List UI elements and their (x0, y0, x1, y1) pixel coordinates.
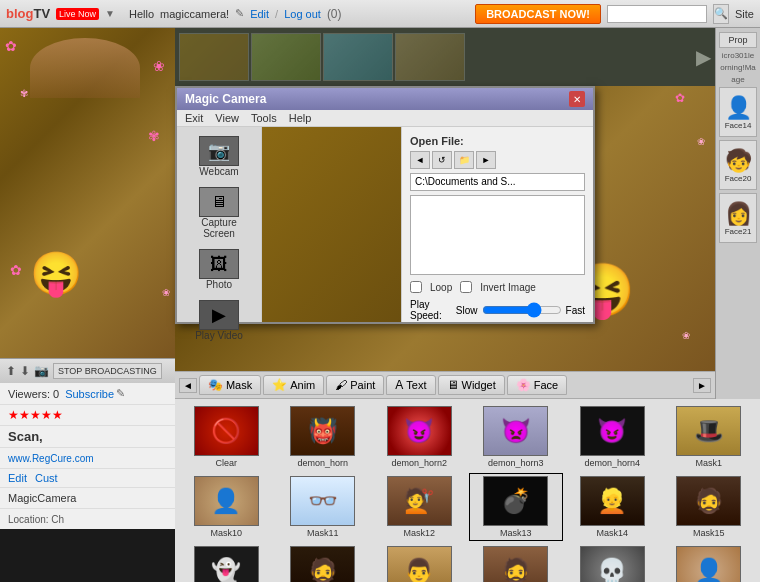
mask-item-12[interactable]: 👻Mask16 (179, 543, 274, 582)
camera-icon[interactable]: 📷 (34, 364, 49, 378)
mask-item-5[interactable]: 🎩Mask1 (662, 403, 757, 471)
flower-2: ❀ (153, 58, 165, 74)
face-item-14[interactable]: 👤 Face14 (719, 87, 757, 137)
invert-checkbox[interactable] (460, 281, 472, 293)
menu-view[interactable]: View (215, 112, 239, 124)
flower-5: ❀ (162, 287, 170, 298)
capture-label: Capture Screen (186, 217, 252, 239)
broadcast-button[interactable]: BROADCAST NOW! (475, 4, 601, 24)
magic-camera-text: MagicCamera (8, 492, 76, 504)
icons-panel: 📷 Webcam 🖥 Capture Screen 🖼 Photo ▶ Play… (177, 127, 262, 322)
custom-btn[interactable]: Cust (35, 472, 58, 484)
edit-pencil-icon[interactable]: ✎ (116, 387, 125, 400)
mask-item-9[interactable]: 💣Mask13 (469, 473, 564, 541)
icon-play-video[interactable]: ▶ Play Video (183, 297, 255, 344)
mask-thumb-7: 👓 (290, 476, 355, 526)
tab-text[interactable]: A Text (386, 375, 435, 395)
loop-checkbox[interactable] (410, 281, 422, 293)
mask-grid: 🚫Clear👹demon_horn😈demon_horn2👿demon_horn… (175, 399, 760, 582)
mask-name-9: Mask13 (500, 528, 532, 538)
file-path-display: C:\Documents and S... (410, 173, 585, 191)
subscribe-button[interactable]: Subscribe (65, 388, 114, 400)
magic-camera-label: MagicCamera (0, 488, 175, 509)
file-area (410, 195, 585, 275)
msg-icon[interactable]: (0) (327, 7, 342, 21)
download-icon[interactable]: ⬇ (20, 364, 30, 378)
upload-icon[interactable]: ⬆ (6, 364, 16, 378)
mask-thumb-16: 💀 (580, 546, 645, 582)
magic-camera-titlebar: Magic Camera ✕ (177, 88, 593, 110)
mask-item-13[interactable]: 🧔Mask17 (276, 543, 371, 582)
face-item-20[interactable]: 🧒 Face20 (719, 140, 757, 190)
speed-slider[interactable] (482, 304, 562, 316)
loop-label: Loop (430, 282, 452, 293)
left-info-section: ⬆ ⬇ 📷 STOP BROADCASTING Viewers: 0 Subsc… (0, 358, 175, 529)
menu-tools[interactable]: Tools (251, 112, 277, 124)
mask-item-14[interactable]: 👨Mask18 (372, 543, 467, 582)
mask-name-10: Mask14 (596, 528, 628, 538)
tab-anim[interactable]: ⭐ Anim (263, 375, 324, 395)
mask-thumb-17: 👤 (676, 546, 741, 582)
mask-item-10[interactable]: 👱Mask14 (565, 473, 660, 541)
mask-name-4: demon_horn4 (584, 458, 640, 468)
fast-label: Fast (566, 305, 585, 316)
mask-item-16[interactable]: 💀Mask2 (565, 543, 660, 582)
mask-thumb-12: 👻 (194, 546, 259, 582)
file-refresh-btn[interactable]: ↺ (432, 151, 452, 169)
thumb-item-2[interactable] (251, 33, 321, 81)
config-panel: Open File: ◄ ↺ 📁 ► C:\Documents and S... (402, 127, 593, 322)
mask-name-1: demon_horn (297, 458, 348, 468)
mask-tab-label: Mask (226, 379, 252, 391)
scan-row: Scan, (0, 426, 175, 448)
icon-capture[interactable]: 🖥 Capture Screen (183, 184, 255, 242)
flower-6: ✾ (148, 128, 160, 144)
file-back-btn[interactable]: ◄ (410, 151, 430, 169)
regcure-link[interactable]: www.RegCure.com (8, 453, 94, 464)
mask-item-17[interactable]: 👤Mask3 (662, 543, 757, 582)
mask-item-15[interactable]: 🧔Mask19 (469, 543, 564, 582)
face-tab-label: Face (534, 379, 558, 391)
dialog-close-button[interactable]: ✕ (569, 91, 585, 107)
flower-4: ✿ (10, 262, 22, 278)
mask-item-11[interactable]: 🧔Mask15 (662, 473, 757, 541)
file-forward-btn[interactable]: ► (476, 151, 496, 169)
menu-help[interactable]: Help (289, 112, 312, 124)
tab-widget[interactable]: 🖥 Widget (438, 375, 505, 395)
tab-scroll-right[interactable]: ► (693, 378, 711, 393)
logo-blog: blog (6, 6, 33, 21)
face-item-21[interactable]: 👩 Face21 (719, 193, 757, 243)
tab-face[interactable]: 🌸 Face (507, 375, 567, 395)
search-button[interactable]: 🔍 (713, 4, 729, 24)
logo: blogTV (6, 6, 50, 21)
mask-item-8[interactable]: 💇Mask12 (372, 473, 467, 541)
logout-link[interactable]: Log out (284, 8, 321, 20)
mask-item-0[interactable]: 🚫Clear (179, 403, 274, 471)
edit-btn[interactable]: Edit (8, 472, 27, 484)
mask-thumb-0: 🚫 (194, 406, 259, 456)
face21-label: Face21 (725, 227, 752, 236)
face-tab-icon: 🌸 (516, 378, 531, 392)
dropdown-arrow[interactable]: ▼ (105, 8, 115, 19)
icon-photo[interactable]: 🖼 Photo (183, 246, 255, 293)
face-panel: Prop icro301le orning!Ma age 👤 Face14 🧒 … (715, 28, 760, 399)
tab-scroll-left[interactable]: ◄ (179, 378, 197, 393)
mask-item-1[interactable]: 👹demon_horn (276, 403, 371, 471)
paint-tab-label: Paint (350, 379, 375, 391)
tab-paint[interactable]: 🖌 Paint (326, 375, 384, 395)
mask-item-3[interactable]: 👿demon_horn3 (469, 403, 564, 471)
menu-exit[interactable]: Exit (185, 112, 203, 124)
tab-mask[interactable]: 🎭 Mask (199, 375, 261, 395)
location-text: Location: Ch (8, 514, 64, 525)
link-row: www.RegCure.com (0, 448, 175, 469)
mask-item-4[interactable]: 😈demon_horn4 (565, 403, 660, 471)
search-input[interactable] (607, 5, 707, 23)
mask-item-2[interactable]: 😈demon_horn2 (372, 403, 467, 471)
mask-item-6[interactable]: 👤Mask10 (179, 473, 274, 541)
edit-link[interactable]: Edit (250, 8, 269, 20)
mask-item-7[interactable]: 👓Mask11 (276, 473, 371, 541)
stop-broadcasting-button[interactable]: STOP BROADCASTING (53, 363, 162, 379)
live-badge: Live Now (56, 8, 99, 20)
file-open-btn[interactable]: 📁 (454, 151, 474, 169)
icon-webcam[interactable]: 📷 Webcam (183, 133, 255, 180)
mask-thumb-9: 💣 (483, 476, 548, 526)
